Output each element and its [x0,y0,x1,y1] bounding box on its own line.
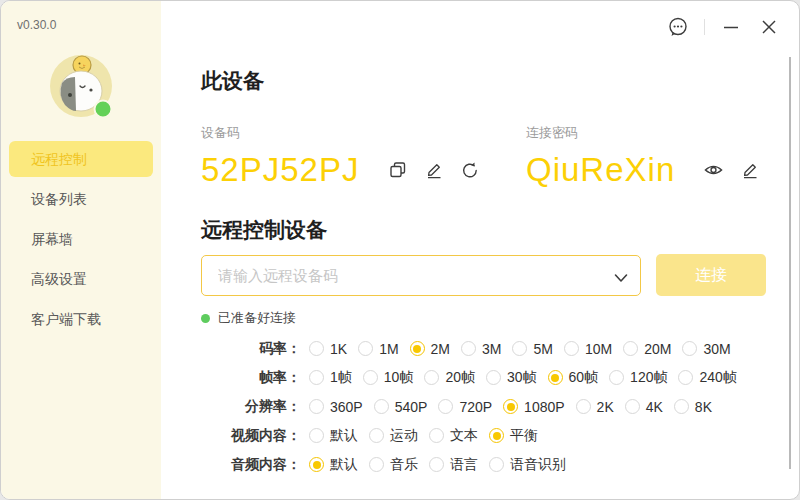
radio-option[interactable]: 平衡 [489,427,538,445]
radio-option-label: 3M [482,341,501,357]
radio-option[interactable]: 20帧 [424,369,475,387]
radio-option[interactable]: 3M [461,341,501,357]
setting-row-label: 码率： [201,340,301,358]
radio-option[interactable]: 文本 [429,427,478,445]
radio-option[interactable]: 360P [309,399,363,415]
radio-option-label: 8K [695,399,712,415]
radio-option-label: 1帧 [330,369,352,387]
radio-option[interactable]: 20M [623,341,671,357]
eye-icon[interactable] [703,160,724,181]
radio-icon [512,341,527,356]
setting-options: 1K 1M 2M 3M 5M 10M 20M 30M [301,341,731,357]
sidebar-item-device-list[interactable]: 设备列表 [9,181,153,217]
radio-option[interactable]: 60帧 [548,369,599,387]
setting-row-label: 帧率： [201,369,301,387]
radio-option-label: 默认 [330,427,358,445]
radio-option[interactable]: 语言 [429,456,478,474]
main-panel: 此设备 设备码 52PJ52PJ [161,1,799,499]
radio-icon [682,341,697,356]
app-version: v0.30.0 [1,1,161,32]
chevron-down-icon[interactable] [614,269,628,287]
radio-option-label: 1K [330,341,347,357]
radio-option[interactable]: 1K [309,341,347,357]
avatar[interactable] [49,53,113,119]
radio-icon [309,370,324,385]
radio-icon [363,370,378,385]
radio-icon [623,341,638,356]
radio-icon [309,399,324,414]
radio-option[interactable]: 720P [438,399,492,415]
connect-button[interactable]: 连接 [656,254,766,296]
copy-icon[interactable] [387,160,408,181]
radio-option[interactable]: 2M [410,341,450,357]
sidebar-item-remote-control[interactable]: 远程控制 [9,141,153,177]
sidebar-item-label: 客户端下载 [31,311,101,327]
radio-option-label: 720P [459,399,492,415]
sidebar-item-label: 屏幕墙 [31,231,73,247]
password-block: 连接密码 QiuReXin [526,125,760,190]
radio-option[interactable]: 30M [682,341,730,357]
radio-icon [548,370,563,385]
refresh-icon[interactable] [459,160,480,181]
radio-option-label: 2M [431,341,450,357]
radio-option-label: 文本 [450,427,478,445]
radio-icon [358,341,373,356]
radio-icon [674,399,689,414]
edit-icon[interactable] [423,160,444,181]
radio-option[interactable]: 120帧 [609,369,667,387]
radio-option-label: 音乐 [390,456,418,474]
device-code-label: 设备码 [201,125,526,141]
status-dot-icon [201,314,210,323]
radio-option[interactable]: 240帧 [678,369,736,387]
radio-option[interactable]: 8K [674,399,712,415]
vertical-scrollbar[interactable] [789,57,791,469]
sidebar-menu: 远程控制设备列表屏幕墙高级设置客户端下载 [1,141,161,337]
radio-option[interactable]: 2K [576,399,614,415]
sidebar-item-label: 远程控制 [31,151,87,167]
password-value: QiuReXin [526,150,675,190]
sidebar-item-advanced-settings[interactable]: 高级设置 [9,261,153,297]
radio-option[interactable]: 默认 [309,456,358,474]
radio-option-label: 5M [533,341,552,357]
radio-option[interactable]: 10帧 [363,369,414,387]
connection-status: 已准备好连接 [201,309,799,327]
sidebar-item-screen-wall[interactable]: 屏幕墙 [9,221,153,257]
connect-row: 连接 [201,254,799,296]
remote-code-input[interactable] [201,255,641,296]
edit-icon[interactable] [739,160,760,181]
stream-settings: 码率： 1K 1M 2M 3M 5M 10M 20M 30M 帧率： 1帧 10… [201,334,799,479]
radio-option[interactable]: 1M [358,341,398,357]
radio-option-label: 60帧 [569,369,599,387]
radio-option[interactable]: 默认 [309,427,358,445]
this-device-title: 此设备 [201,67,799,95]
radio-option-label: 10帧 [384,369,414,387]
password-label: 连接密码 [526,125,760,141]
status-text: 已准备好连接 [218,309,296,327]
radio-icon [374,399,389,414]
radio-option[interactable]: 30帧 [486,369,537,387]
app-window: v0.30.0 远程控制设备列表屏幕墙高级设置客户端下载 [0,0,800,500]
radio-option[interactable]: 音乐 [369,456,418,474]
radio-option-label: 2K [597,399,614,415]
radio-option[interactable]: 5M [512,341,552,357]
radio-option[interactable]: 1帧 [309,369,352,387]
radio-icon [564,341,579,356]
radio-option[interactable]: 语音识别 [489,456,566,474]
radio-icon [429,428,444,443]
radio-option[interactable]: 10M [564,341,612,357]
setting-row-video-content: 视频内容： 默认 运动 文本 平衡 [201,421,799,450]
radio-option-label: 20M [644,341,671,357]
sidebar-item-client-download[interactable]: 客户端下载 [9,301,153,337]
radio-option[interactable]: 540P [374,399,428,415]
radio-option[interactable]: 1080P [503,399,564,415]
radio-option-label: 240帧 [699,369,736,387]
radio-option[interactable]: 4K [625,399,663,415]
radio-option-label: 默认 [330,456,358,474]
radio-option[interactable]: 运动 [369,427,418,445]
radio-icon [486,370,501,385]
setting-row-label: 视频内容： [201,427,301,445]
radio-icon [410,341,425,356]
radio-icon [489,457,504,472]
radio-icon [309,457,324,472]
setting-row-framerate: 帧率： 1帧 10帧 20帧 30帧 60帧 120帧 240帧 [201,363,799,392]
